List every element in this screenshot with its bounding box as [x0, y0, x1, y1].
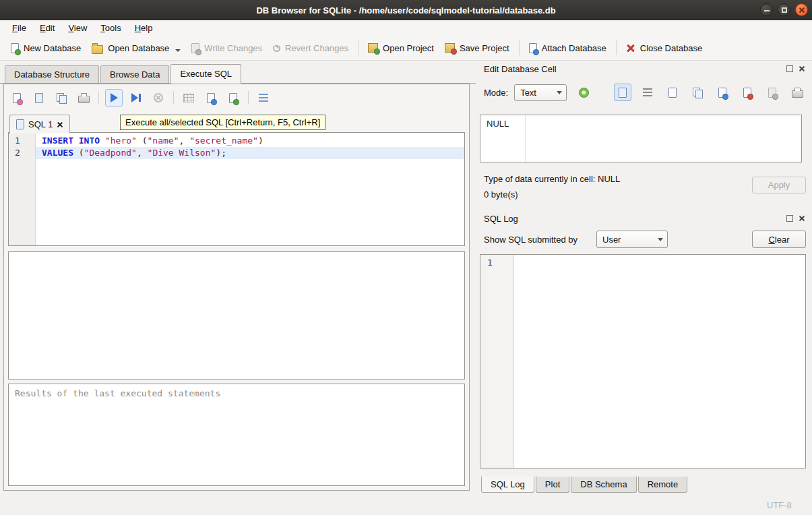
open-database-button[interactable]: Open Database: [86, 39, 186, 57]
menu-item-help[interactable]: Help: [128, 21, 160, 35]
sql-editor[interactable]: 1 2 INSERT INTO "hero" ("name", "secret_…: [8, 132, 465, 246]
open-sql-file-button[interactable]: [8, 89, 26, 107]
word-wrap-icon: [643, 88, 652, 96]
encoding-status: UTF-8: [767, 500, 792, 510]
sql-file-icon: [16, 119, 24, 129]
stop-button[interactable]: [150, 89, 167, 107]
titlebar: DB Browser for SQLite - /home/user/code/…: [0, 0, 812, 20]
copy-cell-button[interactable]: [664, 84, 681, 101]
sql-editor-tab[interactable]: SQL 1: [9, 115, 70, 133]
menu-item-edit[interactable]: Edit: [33, 21, 61, 35]
tab-execute-sql[interactable]: Execute SQL: [170, 64, 241, 84]
replace-button[interactable]: [224, 89, 242, 107]
dock-tab-db-schema[interactable]: DB Schema: [571, 477, 636, 493]
results-grid-area[interactable]: [8, 251, 465, 380]
cell-type-info: Type of data currently in cell: NULL: [484, 174, 620, 184]
dock-tab-sql-log[interactable]: SQL Log: [481, 477, 534, 493]
tab-browse-data[interactable]: Browse Data: [100, 65, 169, 83]
minimize-button[interactable]: [760, 3, 773, 16]
paste-cell-button[interactable]: [689, 84, 706, 101]
attach-database-icon: [529, 43, 537, 53]
find-button[interactable]: [202, 89, 220, 107]
print-cell-button[interactable]: [788, 84, 806, 101]
print-icon: [78, 96, 90, 103]
revert-changes-icon: [273, 44, 280, 52]
submitted-by-select[interactable]: User: [596, 231, 668, 248]
cell-action-icons: [614, 84, 806, 101]
print-sql-button[interactable]: [75, 89, 92, 107]
write-changes-button[interactable]: Write Changes: [186, 40, 268, 57]
save-project-icon: [445, 43, 455, 53]
toolbar-separator: [98, 91, 99, 104]
menu-item-view[interactable]: View: [61, 21, 94, 35]
text-mode-button[interactable]: [614, 84, 631, 101]
export-cell-button[interactable]: [739, 84, 756, 101]
save-sql-file-icon: [35, 93, 43, 103]
float-panel-icon[interactable]: [786, 215, 793, 222]
toolbar-separator: [519, 40, 520, 55]
close-panel-icon[interactable]: [799, 215, 805, 222]
apply-button[interactable]: Apply: [752, 177, 806, 193]
import-cell-button[interactable]: [714, 84, 731, 101]
close-button[interactable]: [795, 3, 808, 16]
sql-code-area: INSERT INTO "hero" ("name", "secret_name…: [36, 133, 464, 245]
line-number: 1: [15, 135, 35, 147]
dock-tab-remote[interactable]: Remote: [638, 477, 688, 493]
log-content: [514, 255, 805, 468]
toolbar-separator: [173, 91, 174, 104]
save-sql-as-button[interactable]: [53, 89, 70, 107]
maximize-button[interactable]: [778, 3, 790, 16]
results-placeholder: Results of the last executed statements: [15, 388, 220, 398]
sql-log-area[interactable]: 1: [480, 254, 806, 468]
export-icon: [743, 88, 751, 98]
menu-bar: File Edit View Tools Help: [0, 20, 812, 36]
word-wrap-button[interactable]: [639, 84, 656, 101]
clear-button[interactable]: Clear: [752, 231, 806, 248]
mode-settings-button[interactable]: [575, 84, 592, 101]
save-sql-as-icon: [57, 93, 67, 102]
save-sql-file-button[interactable]: [30, 89, 48, 107]
float-panel-icon[interactable]: [786, 65, 793, 72]
dock-tab-plot[interactable]: Plot: [536, 477, 569, 493]
mode-label: Mode:: [484, 88, 508, 98]
line-number: 2: [15, 147, 35, 159]
find-icon: [207, 93, 215, 103]
toolbar-separator: [616, 40, 617, 55]
tooltip: Execute all/selected SQL [Ctrl+Return, F…: [120, 115, 325, 130]
attach-database-button[interactable]: Attach Database: [524, 40, 612, 57]
menu-item-tools[interactable]: Tools: [94, 21, 127, 35]
export-results-button[interactable]: [180, 89, 197, 107]
new-database-button[interactable]: New Database: [5, 40, 86, 57]
close-database-button[interactable]: Close Database: [621, 40, 708, 57]
text-mode-icon: [619, 88, 627, 98]
format-sql-button[interactable]: [255, 89, 272, 107]
log-line-number: 1: [487, 258, 513, 268]
new-database-icon: [11, 43, 19, 53]
open-project-button[interactable]: Open Project: [363, 40, 439, 57]
gear-icon: [579, 88, 589, 98]
chevron-down-icon: [658, 238, 663, 241]
export-results-icon: [183, 94, 194, 102]
revert-changes-button[interactable]: Revert Changes: [268, 40, 354, 57]
cell-value: NULL: [487, 119, 509, 129]
menu-item-file[interactable]: File: [5, 21, 33, 35]
close-database-icon: [626, 43, 635, 53]
main-tab-bar: Database Structure Browse Data Execute S…: [0, 61, 476, 84]
close-panel-icon[interactable]: [799, 65, 805, 72]
execute-line-icon: [131, 93, 141, 102]
log-line-number-gutter: 1: [480, 255, 514, 468]
execute-line-button[interactable]: [127, 89, 145, 107]
tab-database-structure[interactable]: Database Structure: [5, 65, 99, 83]
close-tab-icon[interactable]: [57, 121, 63, 128]
write-changes-icon: [191, 43, 199, 53]
execute-all-button[interactable]: [105, 89, 123, 107]
mode-select[interactable]: Text: [514, 84, 567, 101]
save-project-button[interactable]: Save Project: [439, 40, 515, 57]
toolbar-separator: [358, 40, 358, 55]
cell-size-info: 0 byte(s): [484, 189, 518, 200]
code-line-current: VALUES ("Deadpond", "Dive Wilson");: [36, 147, 464, 159]
cell-value-editor[interactable]: NULL: [480, 115, 802, 162]
set-null-button[interactable]: [763, 84, 781, 101]
editor-divider: [525, 115, 526, 162]
print-icon: [792, 90, 803, 98]
